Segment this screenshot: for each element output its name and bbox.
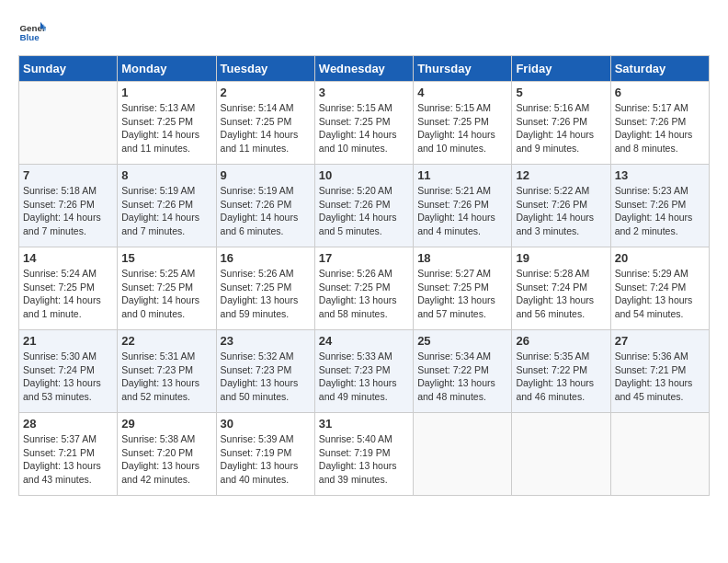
weekday-header-tuesday: Tuesday: [216, 56, 314, 82]
calendar-table: SundayMondayTuesdayWednesdayThursdayFrid…: [18, 55, 710, 496]
calendar-day-cell: 21Sunrise: 5:30 AM Sunset: 7:24 PM Dayli…: [19, 330, 118, 413]
calendar-day-cell: 12Sunrise: 5:22 AM Sunset: 7:26 PM Dayli…: [512, 165, 610, 247]
day-info: Sunrise: 5:36 AM Sunset: 7:21 PM Dayligh…: [615, 350, 705, 404]
calendar-day-cell: 19Sunrise: 5:28 AM Sunset: 7:24 PM Dayli…: [512, 247, 610, 330]
calendar-day-cell: 22Sunrise: 5:31 AM Sunset: 7:23 PM Dayli…: [118, 330, 216, 413]
day-number: 21: [23, 334, 113, 348]
calendar-day-cell: [610, 413, 709, 496]
day-number: 2: [221, 86, 311, 99]
day-info: Sunrise: 5:17 AM Sunset: 7:26 PM Dayligh…: [615, 101, 705, 155]
day-info: Sunrise: 5:19 AM Sunset: 7:26 PM Dayligh…: [221, 184, 311, 238]
calendar-week-row: 28Sunrise: 5:37 AM Sunset: 7:21 PM Dayli…: [19, 413, 710, 496]
day-number: 14: [23, 251, 113, 265]
day-info: Sunrise: 5:26 AM Sunset: 7:25 PM Dayligh…: [319, 267, 409, 321]
weekday-header-saturday: Saturday: [610, 56, 709, 82]
calendar-day-cell: 17Sunrise: 5:26 AM Sunset: 7:25 PM Dayli…: [314, 247, 413, 330]
calendar-day-cell: 4Sunrise: 5:15 AM Sunset: 7:25 PM Daylig…: [414, 82, 512, 165]
day-info: Sunrise: 5:35 AM Sunset: 7:22 PM Dayligh…: [516, 350, 606, 404]
day-number: 7: [23, 168, 113, 182]
day-info: Sunrise: 5:20 AM Sunset: 7:26 PM Dayligh…: [319, 184, 409, 238]
calendar-day-cell: 26Sunrise: 5:35 AM Sunset: 7:22 PM Dayli…: [512, 330, 610, 413]
calendar-day-cell: 9Sunrise: 5:19 AM Sunset: 7:26 PM Daylig…: [216, 165, 314, 247]
calendar-day-cell: [512, 413, 610, 496]
calendar-week-row: 7Sunrise: 5:18 AM Sunset: 7:26 PM Daylig…: [19, 165, 710, 247]
calendar-day-cell: 10Sunrise: 5:20 AM Sunset: 7:26 PM Dayli…: [314, 165, 413, 247]
day-number: 1: [121, 86, 211, 99]
day-info: Sunrise: 5:22 AM Sunset: 7:26 PM Dayligh…: [516, 184, 606, 238]
weekday-header-monday: Monday: [118, 56, 216, 82]
calendar-day-cell: 28Sunrise: 5:37 AM Sunset: 7:21 PM Dayli…: [19, 413, 118, 496]
day-number: 17: [319, 251, 409, 265]
day-number: 27: [615, 334, 705, 348]
calendar-day-cell: 16Sunrise: 5:26 AM Sunset: 7:25 PM Dayli…: [216, 247, 314, 330]
day-info: Sunrise: 5:33 AM Sunset: 7:23 PM Dayligh…: [319, 350, 409, 404]
logo: General Blue: [18, 18, 50, 46]
day-info: Sunrise: 5:28 AM Sunset: 7:24 PM Dayligh…: [516, 267, 606, 321]
day-info: Sunrise: 5:13 AM Sunset: 7:25 PM Dayligh…: [121, 101, 211, 155]
calendar-day-cell: 7Sunrise: 5:18 AM Sunset: 7:26 PM Daylig…: [19, 165, 118, 247]
calendar-day-cell: 2Sunrise: 5:14 AM Sunset: 7:25 PM Daylig…: [216, 82, 314, 165]
calendar-day-cell: [19, 82, 118, 165]
weekday-header-sunday: Sunday: [19, 56, 118, 82]
day-info: Sunrise: 5:27 AM Sunset: 7:25 PM Dayligh…: [417, 267, 507, 321]
day-number: 8: [121, 168, 211, 182]
day-info: Sunrise: 5:40 AM Sunset: 7:19 PM Dayligh…: [319, 432, 409, 487]
calendar-day-cell: 30Sunrise: 5:39 AM Sunset: 7:19 PM Dayli…: [216, 413, 314, 496]
day-number: 9: [221, 168, 311, 182]
calendar-day-cell: 20Sunrise: 5:29 AM Sunset: 7:24 PM Dayli…: [610, 247, 709, 330]
logo-icon: General Blue: [18, 18, 46, 46]
day-number: 30: [221, 417, 311, 431]
weekday-header-friday: Friday: [512, 56, 610, 82]
day-number: 10: [319, 168, 409, 182]
day-info: Sunrise: 5:21 AM Sunset: 7:26 PM Dayligh…: [417, 184, 507, 238]
weekday-header-thursday: Thursday: [414, 56, 512, 82]
day-number: 20: [615, 251, 705, 265]
calendar-day-cell: 14Sunrise: 5:24 AM Sunset: 7:25 PM Dayli…: [19, 247, 118, 330]
calendar-day-cell: 11Sunrise: 5:21 AM Sunset: 7:26 PM Dayli…: [414, 165, 512, 247]
day-number: 23: [221, 334, 311, 348]
day-number: 5: [516, 86, 606, 99]
day-number: 16: [221, 251, 311, 265]
calendar-day-cell: 23Sunrise: 5:32 AM Sunset: 7:23 PM Dayli…: [216, 330, 314, 413]
page-header: General Blue: [18, 18, 710, 46]
day-number: 28: [23, 417, 113, 431]
day-number: 4: [417, 86, 507, 99]
calendar-day-cell: 3Sunrise: 5:15 AM Sunset: 7:25 PM Daylig…: [314, 82, 413, 165]
calendar-day-cell: 27Sunrise: 5:36 AM Sunset: 7:21 PM Dayli…: [610, 330, 709, 413]
day-info: Sunrise: 5:30 AM Sunset: 7:24 PM Dayligh…: [23, 350, 113, 404]
day-info: Sunrise: 5:38 AM Sunset: 7:20 PM Dayligh…: [121, 432, 211, 487]
day-number: 3: [319, 86, 409, 99]
calendar-day-cell: 18Sunrise: 5:27 AM Sunset: 7:25 PM Dayli…: [414, 247, 512, 330]
weekday-header-row: SundayMondayTuesdayWednesdayThursdayFrid…: [19, 56, 710, 82]
calendar-day-cell: 13Sunrise: 5:23 AM Sunset: 7:26 PM Dayli…: [610, 165, 709, 247]
day-info: Sunrise: 5:26 AM Sunset: 7:25 PM Dayligh…: [221, 267, 311, 321]
day-info: Sunrise: 5:15 AM Sunset: 7:25 PM Dayligh…: [417, 101, 507, 155]
day-info: Sunrise: 5:24 AM Sunset: 7:25 PM Dayligh…: [23, 267, 113, 321]
calendar-week-row: 14Sunrise: 5:24 AM Sunset: 7:25 PM Dayli…: [19, 247, 710, 330]
calendar-week-row: 1Sunrise: 5:13 AM Sunset: 7:25 PM Daylig…: [19, 82, 710, 165]
calendar-day-cell: 8Sunrise: 5:19 AM Sunset: 7:26 PM Daylig…: [118, 165, 216, 247]
day-info: Sunrise: 5:25 AM Sunset: 7:25 PM Dayligh…: [121, 267, 211, 321]
calendar-day-cell: 31Sunrise: 5:40 AM Sunset: 7:19 PM Dayli…: [314, 413, 413, 496]
day-number: 29: [121, 417, 211, 431]
day-info: Sunrise: 5:34 AM Sunset: 7:22 PM Dayligh…: [417, 350, 507, 404]
day-info: Sunrise: 5:18 AM Sunset: 7:26 PM Dayligh…: [23, 184, 113, 238]
calendar-day-cell: 29Sunrise: 5:38 AM Sunset: 7:20 PM Dayli…: [118, 413, 216, 496]
day-number: 15: [121, 251, 211, 265]
day-number: 25: [417, 334, 507, 348]
day-info: Sunrise: 5:37 AM Sunset: 7:21 PM Dayligh…: [23, 432, 113, 487]
day-number: 31: [319, 417, 409, 431]
day-info: Sunrise: 5:32 AM Sunset: 7:23 PM Dayligh…: [221, 350, 311, 404]
day-info: Sunrise: 5:39 AM Sunset: 7:19 PM Dayligh…: [221, 432, 311, 487]
calendar-day-cell: 6Sunrise: 5:17 AM Sunset: 7:26 PM Daylig…: [610, 82, 709, 165]
calendar-day-cell: 25Sunrise: 5:34 AM Sunset: 7:22 PM Dayli…: [414, 330, 512, 413]
day-number: 19: [516, 251, 606, 265]
day-info: Sunrise: 5:29 AM Sunset: 7:24 PM Dayligh…: [615, 267, 705, 321]
day-number: 11: [417, 168, 507, 182]
day-info: Sunrise: 5:14 AM Sunset: 7:25 PM Dayligh…: [221, 101, 311, 155]
day-number: 26: [516, 334, 606, 348]
calendar-day-cell: [414, 413, 512, 496]
day-number: 6: [615, 86, 705, 99]
day-number: 18: [417, 251, 507, 265]
day-info: Sunrise: 5:19 AM Sunset: 7:26 PM Dayligh…: [121, 184, 211, 238]
